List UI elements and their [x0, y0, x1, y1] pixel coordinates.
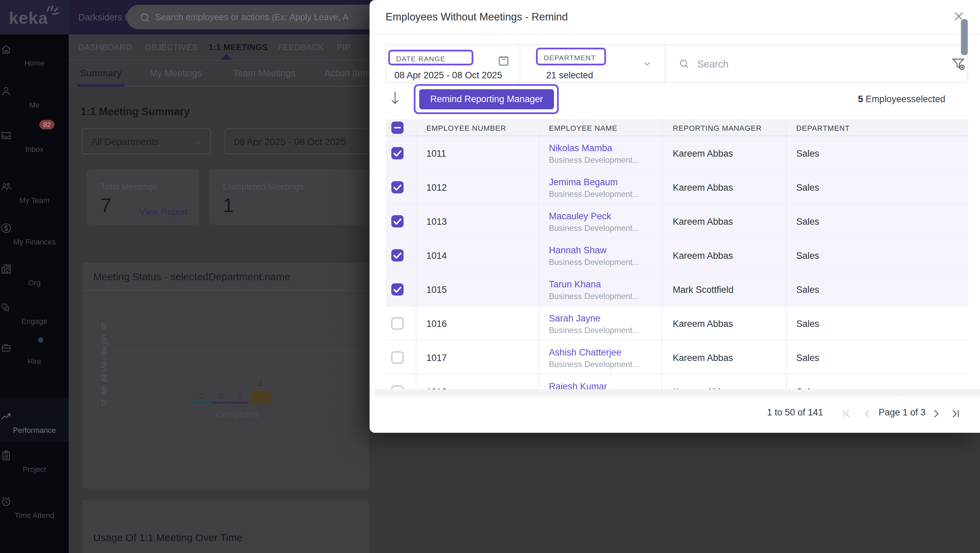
row-checkbox[interactable] — [391, 249, 404, 261]
next-page-icon[interactable] — [930, 408, 943, 420]
sidebar-item-org[interactable]: Org — [0, 263, 69, 287]
view-report-link[interactable]: View Report — [140, 207, 188, 217]
y-tick: 6 — [82, 320, 106, 331]
employee-name-link[interactable]: Ashish Chatterjee — [549, 347, 621, 358]
table-row[interactable]: 1013Macauley PeckBusiness Development...… — [385, 204, 968, 238]
divider — [539, 170, 539, 204]
row-checkbox[interactable] — [391, 317, 404, 330]
chevron-down-icon — [193, 138, 203, 147]
date-range-field[interactable]: 08 Apr 2025 - 08 Oct 2025 — [224, 128, 369, 154]
keka-logo[interactable]: keka — [0, 0, 69, 34]
employee-search-input[interactable]: Search — [697, 59, 729, 70]
sidebar-item-engage[interactable]: Engage — [0, 301, 69, 326]
sidebar-item-me[interactable]: Me — [0, 85, 69, 110]
sidebar-item-project[interactable]: Project — [0, 449, 69, 474]
table-row[interactable]: 1014Hannah ShawBusiness Development...Ka… — [385, 238, 968, 273]
table-row[interactable]: 1017Ashish ChatterjeeBusiness Developmen… — [385, 341, 968, 375]
employee-name-link[interactable]: Sarah Jayne — [549, 313, 601, 324]
subtab-summary[interactable]: Summary — [80, 68, 122, 79]
department-value[interactable]: 21 selected — [546, 70, 593, 81]
employee-department-subtitle: Business Development... — [549, 155, 639, 165]
employee-name-link[interactable]: Rajesh Kumar — [549, 381, 607, 389]
row-checkbox[interactable] — [391, 147, 404, 159]
tab-objectives[interactable]: OBJECTIVES — [145, 43, 198, 52]
row-checkbox[interactable] — [391, 386, 404, 389]
sidebar-item-performance[interactable]: Performance — [0, 410, 69, 435]
subtab-action-item[interactable]: Action Item — [324, 68, 370, 79]
usage-chart-title: Usage Of 1:1 Meeting Over Time — [93, 532, 243, 543]
row-checkbox[interactable] — [391, 351, 404, 364]
employee-name-link[interactable]: Macauley Peck — [549, 211, 611, 222]
performance-icon — [0, 410, 69, 422]
employee-name-link[interactable]: Jemima Begaum — [549, 177, 618, 188]
department: Sales — [796, 353, 819, 363]
divider — [539, 238, 539, 272]
sidebar-item-my-finances[interactable]: My Finances — [0, 222, 69, 247]
table-row[interactable]: 1012Jemima BegaumBusiness Development...… — [385, 170, 968, 204]
search-icon — [678, 58, 690, 70]
user-icon — [0, 85, 69, 97]
bar-series-4 — [251, 390, 270, 403]
project-icon — [0, 449, 69, 462]
last-page-icon[interactable] — [950, 408, 962, 420]
remind-reporting-manager-button[interactable]: Remind Reporting Manager — [419, 89, 554, 109]
chart-title: Meeting Status - selectedDepartment.name — [93, 271, 290, 283]
tab-pip[interactable]: PIP — [337, 43, 350, 52]
calendar-icon[interactable] — [497, 54, 510, 67]
table-row[interactable]: 1015Tarun KhanaBusiness Development...Ma… — [385, 273, 968, 306]
employee-department-subtitle: Business Development... — [549, 223, 639, 233]
chevron-down-icon[interactable] — [642, 59, 652, 69]
divider — [665, 45, 666, 83]
divider — [416, 136, 417, 170]
row-checkbox[interactable] — [391, 181, 404, 193]
department-dropdown[interactable]: All Departments — [82, 128, 211, 154]
filter-icon[interactable] — [950, 56, 966, 72]
sidebar-item-label: Inbox — [0, 145, 69, 154]
sidebar-item-home[interactable]: Home — [0, 43, 69, 68]
row-checkbox[interactable] — [391, 283, 404, 296]
reporting-manager: Kareem Abbas — [673, 148, 733, 159]
date-range-value[interactable]: 08 Apr 2025 - 08 Oct 2025 — [395, 70, 502, 81]
reporting-manager: Kareem Abbas — [673, 217, 733, 227]
divider — [786, 306, 787, 340]
table-row[interactable]: 1018Rajesh KumarBusiness Development...K… — [385, 375, 968, 389]
home-icon — [0, 43, 69, 56]
department: Sales — [796, 285, 819, 295]
employee-name-link[interactable]: Nikolas Mamba — [549, 143, 612, 154]
pagination-range: 1 to 50 of 141 — [767, 407, 823, 418]
gridline — [112, 390, 368, 390]
tab-feedback[interactable]: FEEDBACK — [278, 43, 324, 52]
page-title: 1:1 Meeting Summary — [81, 105, 189, 118]
tab-dashboard[interactable]: DASHBOARD — [78, 43, 132, 52]
sidebar-item-label: Me — [0, 101, 69, 110]
select-all-checkbox[interactable] — [391, 121, 404, 134]
sidebar-item-time-attend[interactable]: Time Attend — [0, 496, 69, 520]
modal-title: Employees Without Meetings - Remind — [385, 11, 568, 23]
sidebar-item-hire[interactable]: Hire — [0, 341, 69, 366]
employee-number: 1014 — [426, 251, 447, 261]
table-row[interactable]: 1011Nikolas MambaBusiness Development...… — [385, 136, 968, 170]
table-row[interactable]: 1016Sarah JayneBusiness Development...Ka… — [385, 306, 968, 341]
divider — [662, 136, 662, 170]
sidebar-item-inbox[interactable]: Inbox — [0, 129, 69, 154]
divider — [369, 34, 980, 35]
header-reporting-manager[interactable]: REPORTING MANAGER — [673, 124, 762, 133]
divider — [539, 306, 539, 340]
divider — [539, 136, 539, 170]
scrollbar[interactable] — [960, 18, 969, 56]
subtab-my-meetings[interactable]: My Meetings — [150, 68, 202, 79]
completed-meetings-card: Completed Meetings 1 — [209, 169, 369, 225]
employee-number: 1011 — [426, 148, 446, 159]
sort-descending-icon[interactable] — [388, 89, 402, 107]
first-page-icon[interactable] — [840, 408, 853, 420]
employee-name-link[interactable]: Hannah Shaw — [549, 245, 607, 256]
previous-page-icon[interactable] — [862, 408, 874, 420]
header-employee-number[interactable]: EMPLOYEE NUMBER — [426, 124, 506, 133]
row-checkbox[interactable] — [391, 215, 404, 228]
sidebar-item-my-team[interactable]: My Team — [0, 180, 69, 205]
header-employee-name[interactable]: EMPLOYEE NAME — [549, 124, 617, 133]
employee-name-link[interactable]: Tarun Khana — [549, 279, 601, 290]
header-department[interactable]: DEPARTMENT — [796, 124, 850, 133]
tab-1-1-meetings[interactable]: 1:1 MEETINGS — [208, 43, 268, 52]
subtab-team-meetings[interactable]: Team Meetings — [233, 68, 295, 79]
